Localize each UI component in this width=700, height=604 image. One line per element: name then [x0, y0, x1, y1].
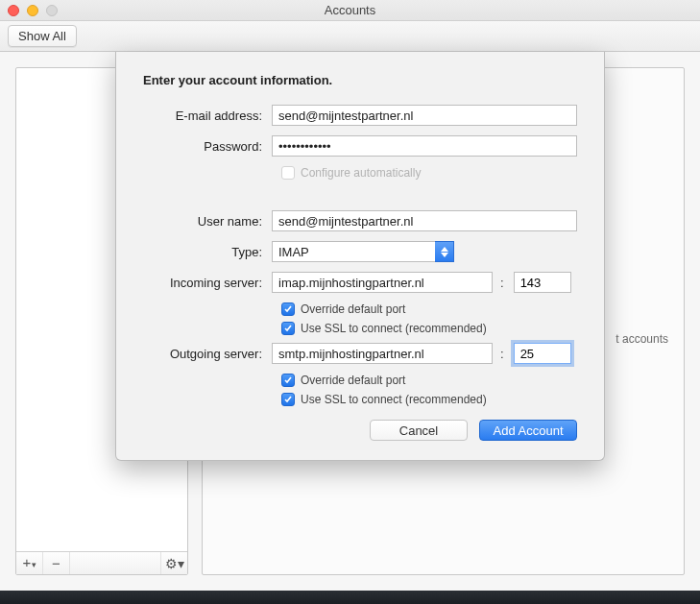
outgoing-server-label: Outgoing server: — [143, 347, 272, 361]
configure-auto-label: Configure automatically — [301, 166, 421, 180]
account-setup-sheet: Enter your account information. E-mail a… — [115, 52, 605, 461]
add-account-button[interactable]: Add Account — [479, 420, 577, 441]
zoom-window-button[interactable] — [46, 5, 58, 16]
window-title: Accounts — [0, 3, 700, 17]
minimize-window-button[interactable] — [27, 5, 38, 16]
incoming-override-port-label: Override default port — [301, 302, 405, 316]
chevron-updown-icon[interactable] — [435, 241, 454, 262]
outgoing-port-field[interactable] — [514, 343, 571, 364]
email-field[interactable] — [272, 105, 577, 126]
configure-auto-checkbox — [281, 166, 295, 180]
bottom-strip — [0, 591, 700, 604]
incoming-use-ssl-checkbox[interactable] — [281, 322, 295, 335]
traffic-lights — [8, 5, 58, 16]
outgoing-override-port-checkbox[interactable] — [281, 374, 295, 387]
outgoing-use-ssl-checkbox[interactable] — [281, 393, 295, 406]
remove-account-icon[interactable]: − — [43, 552, 70, 574]
add-account-icon[interactable]: +▾ — [16, 552, 43, 574]
type-label: Type: — [143, 245, 272, 259]
placeholder-text: t accounts — [616, 332, 668, 346]
incoming-server-field[interactable] — [272, 272, 493, 293]
password-label: Password: — [143, 139, 272, 154]
incoming-server-label: Incoming server: — [143, 276, 272, 290]
gear-menu-icon[interactable]: ⚙︎▾ — [160, 552, 187, 574]
incoming-use-ssl-label: Use SSL to connect (recommended) — [301, 322, 487, 335]
cancel-button[interactable]: Cancel — [370, 420, 468, 441]
password-field[interactable] — [272, 135, 577, 157]
sheet-heading: Enter your account information. — [143, 73, 577, 87]
incoming-override-port-checkbox[interactable] — [281, 302, 295, 316]
type-select[interactable] — [272, 241, 454, 262]
email-label: E-mail address: — [143, 109, 272, 123]
type-value[interactable] — [272, 241, 454, 262]
outgoing-server-field[interactable] — [272, 343, 493, 364]
username-label: User name: — [143, 214, 272, 229]
outgoing-override-port-label: Override default port — [301, 374, 405, 387]
outgoing-use-ssl-label: Use SSL to connect (recommended) — [301, 393, 487, 406]
incoming-port-field[interactable] — [514, 272, 571, 293]
incoming-colon: : — [500, 276, 504, 290]
titlebar: Accounts — [0, 0, 700, 21]
username-field[interactable] — [272, 210, 577, 231]
close-window-button[interactable] — [8, 5, 19, 16]
show-all-button[interactable]: Show All — [8, 25, 77, 47]
toolbar: Show All — [0, 21, 700, 52]
outgoing-colon: : — [500, 347, 504, 361]
sidebar-tools: +▾ − ⚙︎▾ — [16, 551, 187, 574]
configure-auto-row: Configure automatically — [281, 166, 577, 180]
